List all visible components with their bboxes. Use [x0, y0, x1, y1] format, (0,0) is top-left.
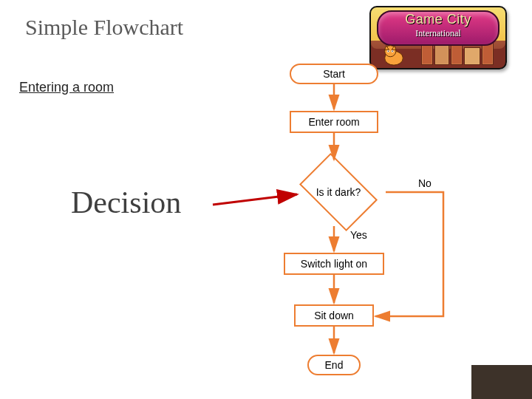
node-decision: Is it dark?	[303, 186, 374, 198]
node-start: Start	[290, 64, 378, 84]
logo-banner: Game City International	[377, 10, 499, 46]
node-sit-down: Sit down	[294, 304, 374, 327]
logo-game-city: Game City International	[369, 6, 507, 69]
corner-decoration	[471, 365, 532, 399]
decision-annotation: Decision	[71, 185, 181, 220]
node-end: End	[307, 355, 361, 375]
node-switch-light: Switch light on	[284, 253, 384, 275]
svg-line-13	[213, 194, 297, 205]
cat-icon	[380, 41, 408, 66]
svg-point-6	[388, 51, 389, 52]
node-enter-room: Enter room	[290, 111, 378, 133]
label-yes: Yes	[350, 229, 367, 241]
svg-point-7	[392, 51, 392, 52]
label-no: No	[418, 177, 432, 189]
page-title: Simple Flowchart	[25, 15, 183, 40]
logo-subtitle: International	[378, 28, 498, 39]
subtitle: Entering a room	[19, 80, 114, 95]
logo-title: Game City	[378, 12, 498, 27]
